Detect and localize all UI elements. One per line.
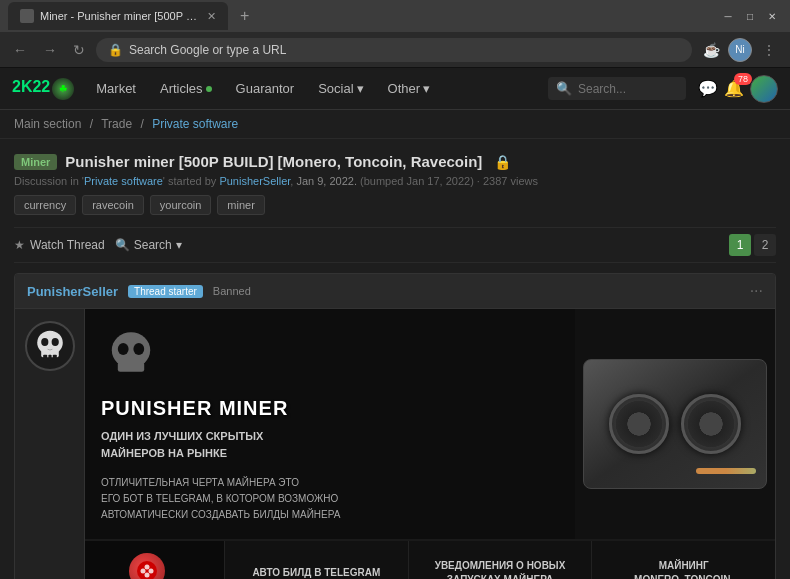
thread-starter-badge: Thread starter (128, 285, 203, 298)
breadcrumb: Main section / Trade / Private software (0, 110, 790, 139)
svg-point-9 (118, 343, 129, 355)
minimize-button[interactable]: ─ (718, 6, 738, 26)
svg-point-10 (133, 343, 144, 355)
svg-rect-2 (43, 355, 47, 361)
svg-rect-3 (48, 355, 51, 361)
gamepad-icon (136, 560, 158, 580)
svg-point-14 (144, 564, 149, 569)
site-search[interactable]: 🔍 (548, 77, 686, 100)
articles-dot (206, 86, 212, 92)
gpu-illustration (583, 359, 767, 489)
site-nav: 2K22☘ Market Articles Guarantor Social ▾… (0, 68, 790, 110)
feature-bar: pcrisk.com АВТО БИЛД В TELEGRAMБОТЕ УВЕД… (85, 539, 775, 579)
forward-button[interactable]: → (38, 40, 62, 60)
close-button[interactable]: ✕ (762, 6, 782, 26)
user-avatar[interactable] (750, 75, 778, 103)
address-bar[interactable]: 🔒 Search Google or type a URL (96, 38, 692, 62)
pcrisk-logo-icon (129, 553, 165, 580)
svg-point-15 (144, 572, 149, 577)
tag-currency[interactable]: currency (14, 195, 76, 215)
tag-miner[interactable]: miner (217, 195, 265, 215)
tag-yourcoin[interactable]: yourcoin (150, 195, 212, 215)
tag-ravecoin[interactable]: ravecoin (82, 195, 144, 215)
browser-tab[interactable]: Miner - Punisher miner [500P BU... ✕ (8, 2, 228, 30)
logo-circle-icon: ☘ (52, 78, 74, 100)
search-thread-button[interactable]: 🔍 Search ▾ (115, 238, 182, 252)
svg-point-5 (41, 338, 48, 346)
search-icon: 🔍 (115, 238, 130, 252)
extensions-button[interactable]: ☕ (698, 37, 724, 63)
post-content: PUNISHER MINER ОДИН ИЗ ЛУЧШИХ СКРЫТЫХМАЙ… (85, 309, 775, 579)
browser-addressbar: ← → ↻ 🔒 Search Google or type a URL ☕ Ni… (0, 32, 790, 68)
avatar (25, 321, 75, 371)
chevron-down-icon: ▾ (176, 238, 182, 252)
svg-point-12 (140, 568, 145, 573)
chevron-down-icon: ▾ (357, 81, 364, 96)
lock-icon: 🔒 (108, 43, 123, 57)
page-2-button[interactable]: 2 (754, 234, 776, 256)
menu-button[interactable]: ⋮ (756, 37, 782, 63)
reload-button[interactable]: ↻ (68, 40, 90, 60)
author-link[interactable]: PunisherSeller (219, 175, 290, 187)
category-badge: Miner (14, 154, 57, 170)
nav-social[interactable]: Social ▾ (308, 77, 373, 100)
forum-link[interactable]: Private software (84, 175, 163, 187)
search-input[interactable] (578, 82, 678, 96)
breadcrumb-private-software[interactable]: Private software (152, 117, 238, 131)
maximize-button[interactable]: □ (740, 6, 760, 26)
banner-skull-icon (101, 325, 161, 385)
chevron-down-icon-other: ▾ (423, 81, 430, 96)
gpu-fan-left (609, 394, 669, 454)
profile-button[interactable]: Ni (728, 38, 752, 62)
svg-rect-8 (118, 362, 144, 372)
breadcrumb-trade[interactable]: Trade (101, 117, 132, 131)
feature-card-3: МАЙНИНГMONERO, TONCOIN,RAVECOIN (592, 541, 775, 579)
banner-left: PUNISHER MINER ОДИН ИЗ ЛУЧШИХ СКРЫТЫХМАЙ… (85, 309, 575, 539)
feature-text-1: АВТО БИЛД В TELEGRAMБОТЕ (252, 566, 380, 579)
svg-point-6 (51, 338, 58, 346)
feature-text-3: МАЙНИНГMONERO, TONCOIN,RAVECOIN (634, 559, 733, 579)
post: PunisherSeller Thread starter Banned ··· (14, 273, 776, 579)
feature-text-2: УВЕДОМЛЕНИЯ О НОВЫХЗАПУСКАХ МАЙНЕРАВ TEL… (435, 559, 566, 579)
banner-desc: ОТЛИЧИТЕЛЬНАЯ ЧЕРТА МАЙНЕРА ЭТОЕГО БОТ В… (101, 475, 559, 523)
back-button[interactable]: ← (8, 40, 32, 60)
tab-title: Miner - Punisher miner [500P BU... (40, 10, 201, 22)
tab-favicon (20, 9, 34, 23)
nav-articles[interactable]: Articles (150, 77, 222, 100)
toolbar-left: ★ Watch Thread 🔍 Search ▾ (14, 238, 182, 252)
svg-point-13 (148, 568, 153, 573)
thread-title-row: Miner Punisher miner [500P BUILD] [Moner… (14, 153, 776, 170)
breadcrumb-main[interactable]: Main section (14, 117, 81, 131)
new-tab-button[interactable]: + (232, 3, 257, 29)
browser-actions: ☕ Ni ⋮ (698, 37, 782, 63)
star-icon: ★ (14, 238, 25, 252)
nav-guarantor[interactable]: Guarantor (226, 77, 305, 100)
nav-other[interactable]: Other ▾ (378, 77, 441, 100)
pcrisk-logo-area: pcrisk.com (85, 541, 225, 579)
banner-subtitle: ОДИН ИЗ ЛУЧШИХ СКРЫТЫХМАЙНЕРОВ НА РЫНКЕ (101, 428, 559, 461)
chat-icon[interactable]: 💬 (698, 79, 718, 98)
banner-title: PUNISHER MINER (101, 397, 559, 420)
site-logo: 2K22☘ (12, 78, 74, 100)
post-sidebar (15, 309, 85, 579)
tab-close-button[interactable]: ✕ (207, 10, 216, 23)
watch-button[interactable]: ★ Watch Thread (14, 238, 105, 252)
thread-meta: Discussion in 'Private software' started… (14, 175, 776, 187)
post-author[interactable]: PunisherSeller (27, 284, 118, 299)
notification-button[interactable]: 🔔 78 (724, 79, 744, 98)
notification-badge: 78 (734, 73, 752, 85)
lock-icon: 🔒 (494, 154, 511, 170)
feature-card-2: УВЕДОМЛЕНИЯ О НОВЫХЗАПУСКАХ МАЙНЕРАВ TEL… (409, 541, 593, 579)
nav-right: 💬 🔔 78 (698, 75, 778, 103)
gpu-fan-right (681, 394, 741, 454)
banner-right (575, 309, 775, 539)
thread-header: Miner Punisher miner [500P BUILD] [Moner… (14, 153, 776, 215)
post-banner: PUNISHER MINER ОДИН ИЗ ЛУЧШИХ СКРЫТЫХМАЙ… (85, 309, 775, 539)
nav-market[interactable]: Market (86, 77, 146, 100)
feature-card-1: АВТО БИЛД В TELEGRAMБОТЕ (225, 541, 409, 579)
post-options-button[interactable]: ··· (750, 282, 763, 300)
page-1-button[interactable]: 1 (729, 234, 751, 256)
thread-tags: currency ravecoin yourcoin miner (14, 195, 776, 215)
browser-titlebar: Miner - Punisher miner [500P BU... ✕ + ─… (0, 0, 790, 32)
feature-cards: АВТО БИЛД В TELEGRAMБОТЕ УВЕДОМЛЕНИЯ О Н… (225, 541, 775, 579)
